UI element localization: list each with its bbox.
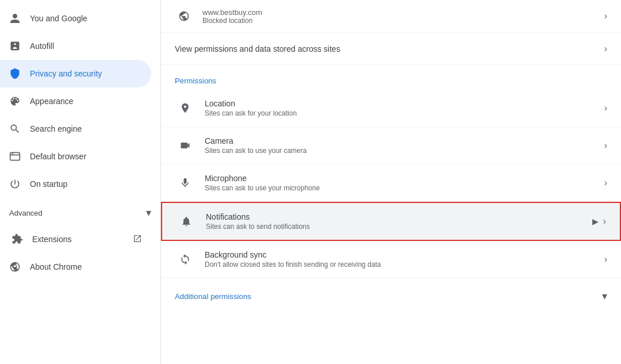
sidebar-item-autofill[interactable]: Autofill bbox=[0, 32, 151, 60]
perm-title-camera: Camera bbox=[205, 136, 604, 145]
perm-title-background-sync: Background sync bbox=[205, 250, 604, 259]
site-status: Blocked location bbox=[202, 17, 604, 25]
chevron-right-icon-microphone: › bbox=[604, 178, 607, 188]
perm-subtitle-background-sync: Don't allow closed sites to finish sendi… bbox=[205, 260, 604, 269]
chevron-right-icon-notifications: › bbox=[603, 216, 606, 227]
perm-content-background-sync: Background sync Don't allow closed sites… bbox=[205, 250, 604, 269]
perm-content-microphone: Microphone Sites can ask to use your mic… bbox=[205, 174, 604, 192]
sync-icon bbox=[175, 249, 195, 270]
person-icon bbox=[9, 13, 21, 24]
sidebar-advanced-section[interactable]: Advanced ▾ bbox=[0, 198, 160, 225]
sidebar-label-appearance: Appearance bbox=[30, 97, 142, 106]
svg-rect-0 bbox=[10, 152, 20, 160]
sidebar-label-privacy-security: Privacy and security bbox=[30, 69, 142, 78]
view-permissions-label: View permissions and data stored across … bbox=[175, 44, 604, 53]
additional-permissions-label: Additional permissions bbox=[175, 292, 251, 301]
chevron-down-icon: ▾ bbox=[146, 206, 151, 219]
chevron-right-icon-camera: › bbox=[604, 140, 607, 151]
chevron-right-icon: › bbox=[604, 11, 607, 21]
perm-item-notifications[interactable]: Notifications Sites can ask to send noti… bbox=[161, 202, 621, 241]
chevron-up-icon: ▾ bbox=[602, 290, 607, 302]
cursor-pointer-icon: ▶ bbox=[592, 217, 599, 226]
perm-subtitle-location: Sites can ask for your location bbox=[205, 109, 604, 117]
view-permissions-row[interactable]: View permissions and data stored across … bbox=[161, 33, 621, 65]
notifications-icon bbox=[176, 211, 197, 232]
perm-subtitle-camera: Sites can ask to use your camera bbox=[205, 147, 604, 155]
external-link-icon bbox=[133, 234, 142, 245]
perm-item-camera[interactable]: Camera Sites can ask to use your camera … bbox=[161, 127, 621, 164]
main-content: www.bestbuy.com Blocked location › View … bbox=[161, 0, 621, 364]
sidebar-item-privacy-security[interactable]: Privacy and security bbox=[0, 60, 151, 87]
location-icon bbox=[175, 98, 195, 118]
sidebar-item-extensions[interactable]: Extensions bbox=[0, 225, 151, 253]
sidebar-label-about-chrome: About Chrome bbox=[30, 262, 142, 271]
sidebar-label-on-startup: On startup bbox=[30, 179, 142, 189]
perm-title-microphone: Microphone bbox=[205, 174, 604, 183]
search-icon bbox=[9, 123, 21, 135]
perm-content-camera: Camera Sites can ask to use your camera bbox=[205, 136, 604, 155]
perm-item-location[interactable]: Location Sites can ask for your location… bbox=[161, 90, 621, 127]
permissions-heading: Permissions bbox=[161, 65, 621, 90]
sidebar-label-extensions: Extensions bbox=[32, 235, 124, 244]
sidebar-item-on-startup[interactable]: On startup bbox=[0, 170, 151, 198]
chevron-right-icon-background-sync: › bbox=[604, 254, 607, 265]
chevron-right-icon-location: › bbox=[604, 103, 607, 113]
sidebar-item-search-engine[interactable]: Search engine bbox=[0, 115, 151, 143]
sidebar: You and Google Autofill Privacy and secu… bbox=[0, 0, 161, 364]
site-url: www.bestbuy.com bbox=[202, 8, 604, 17]
sidebar-item-appearance[interactable]: Appearance bbox=[0, 87, 151, 115]
sidebar-item-you-and-google[interactable]: You and Google bbox=[0, 5, 151, 32]
sidebar-item-default-browser[interactable]: Default browser bbox=[0, 143, 151, 170]
globe-icon bbox=[175, 7, 193, 25]
perm-subtitle-notifications: Sites can ask to send notifications bbox=[206, 223, 592, 231]
power-icon bbox=[9, 178, 21, 190]
sidebar-item-about-chrome[interactable]: About Chrome bbox=[0, 253, 151, 281]
perm-content-notifications: Notifications Sites can ask to send noti… bbox=[206, 212, 592, 231]
sidebar-label-search-engine: Search engine bbox=[30, 124, 142, 133]
perm-title-location: Location bbox=[205, 99, 604, 108]
perm-title-notifications: Notifications bbox=[206, 212, 592, 221]
shield-icon bbox=[9, 68, 21, 79]
browser-icon bbox=[9, 151, 21, 162]
chrome-icon bbox=[9, 261, 21, 273]
site-row[interactable]: www.bestbuy.com Blocked location › bbox=[161, 0, 621, 33]
sidebar-label-autofill: Autofill bbox=[30, 41, 142, 51]
perm-item-background-sync[interactable]: Background sync Don't allow closed sites… bbox=[161, 241, 621, 278]
autofill-icon bbox=[9, 40, 21, 52]
additional-permissions-heading: Additional permissions ▾ bbox=[161, 278, 621, 307]
sidebar-label-default-browser: Default browser bbox=[30, 152, 142, 161]
chevron-right-icon-view-perms: › bbox=[604, 44, 607, 54]
sidebar-label-you-and-google: You and Google bbox=[30, 14, 142, 23]
palette-icon bbox=[9, 95, 21, 107]
sidebar-advanced-label: Advanced bbox=[9, 209, 43, 217]
perm-item-microphone[interactable]: Microphone Sites can ask to use your mic… bbox=[161, 164, 621, 202]
camera-icon bbox=[175, 135, 195, 156]
perm-content-location: Location Sites can ask for your location bbox=[205, 99, 604, 117]
extensions-icon bbox=[12, 233, 23, 245]
perm-subtitle-microphone: Sites can ask to use your microphone bbox=[205, 184, 604, 192]
site-row-content: www.bestbuy.com Blocked location bbox=[202, 8, 604, 25]
microphone-icon bbox=[175, 173, 195, 193]
